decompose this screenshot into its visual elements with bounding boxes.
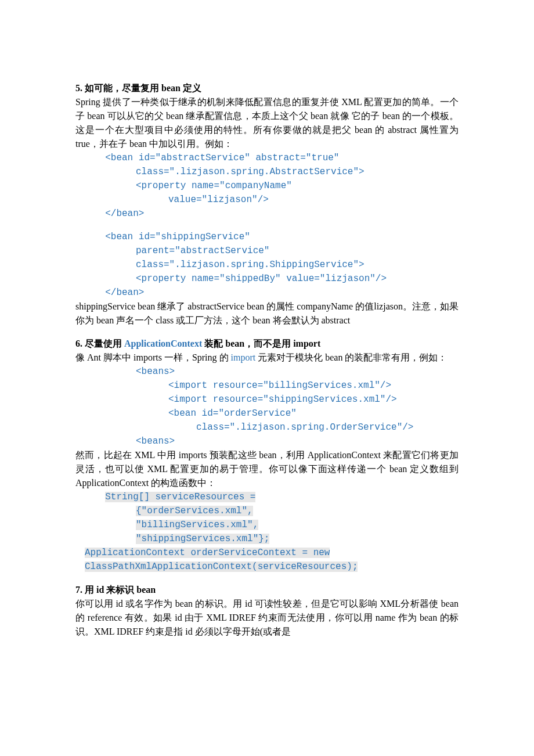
section6-heading: 6. 尽量使用 ApplicationContext 装配 bean，而不是用 …	[75, 337, 459, 351]
code-line: class=".lizjason.spring.ShippingService"…	[75, 258, 459, 272]
code-line-highlighted: ApplicationContext orderServiceContext =…	[75, 546, 459, 560]
section6-paragraph1: 像 Ant 脚本中 imports 一样，Spring 的 import 元素对…	[75, 351, 459, 365]
code-line: <import resource="billingServices.xml"/>	[75, 379, 459, 393]
para-inline-link: import	[231, 352, 256, 362]
section5-paragraph2: shippingService bean 继承了 abstractService…	[75, 300, 459, 327]
code-line-highlighted: "shippingServices.xml"};	[75, 532, 459, 546]
section7-paragraph1: 你可以用 id 或名字作为 bean 的标识。用 id 可读性较差，但是它可以影…	[75, 597, 459, 639]
code-line-highlighted: {"orderServices.xml",	[75, 504, 459, 518]
code-line: <bean id="orderService"	[75, 406, 459, 420]
code-line: <beans>	[75, 365, 459, 379]
code-line-highlighted: "billingServices.xml",	[75, 518, 459, 532]
heading-link: ApplicationContext	[124, 339, 202, 348]
code-line: <property name="companyName"	[75, 179, 459, 193]
code-line: <bean id="abstractService" abstract="tru…	[75, 151, 459, 165]
heading-part-c: 装配 bean，而不是用 import	[202, 339, 320, 348]
para-part-a: 像 Ant 脚本中 imports 一样，Spring 的	[75, 352, 231, 362]
section5-heading: 5. 如可能，尽量复用 bean 定义	[75, 81, 459, 95]
code-line: <beans>	[75, 434, 459, 448]
code-line: </bean>	[75, 286, 459, 300]
section7-heading: 7. 用 id 来标识 bean	[75, 583, 459, 597]
code-line: <bean id="shippingService"	[75, 230, 459, 244]
section-gap	[75, 574, 459, 583]
code-line-highlighted: String[] serviceResources =	[75, 490, 459, 504]
code-line: <property name="shippedBy" value="lizjas…	[75, 272, 459, 286]
code-line: class=".lizjason.spring.OrderService"/>	[75, 420, 459, 434]
para-part-c: 元素对于模块化 bean 的装配非常有用，例如：	[255, 352, 447, 362]
document-page: 5. 如可能，尽量复用 bean 定义 Spring 提供了一种类似于继承的机制…	[0, 0, 534, 756]
section5-paragraph1: Spring 提供了一种类似于继承的机制来降低配置信息的重复并使 XML 配置更…	[75, 95, 459, 151]
blank-line	[75, 221, 459, 230]
section-gap	[75, 327, 459, 337]
code-line: value="lizjason"/>	[75, 193, 459, 207]
code-line: class=".lizjason.spring.AbstractService"…	[75, 165, 459, 179]
code-line: parent="abstractService"	[75, 244, 459, 258]
section6-paragraph2: 然而，比起在 XML 中用 imports 预装配这些 bean，利用 Appl…	[75, 448, 459, 490]
heading-part-a: 6. 尽量使用	[75, 339, 124, 348]
code-line: </bean>	[75, 207, 459, 221]
code-line: <import resource="shippingServices.xml"/…	[75, 393, 459, 406]
code-line-highlighted: ClassPathXmlApplicationContext(serviceRe…	[75, 560, 459, 574]
